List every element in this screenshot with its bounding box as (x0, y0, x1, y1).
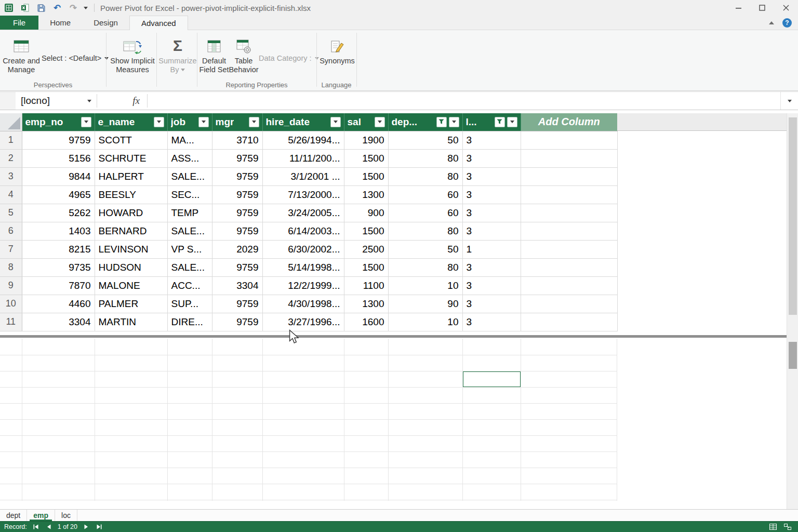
cell[interactable]: 3/24/2005... (262, 204, 344, 222)
cell[interactable]: SUP... (167, 295, 212, 313)
cell[interactable]: 7870 (22, 276, 95, 295)
cell[interactable]: 2029 (212, 240, 262, 258)
cell[interactable]: 60 (388, 185, 462, 204)
vertical-scrollbar-upper[interactable] (787, 113, 798, 338)
previous-record-button[interactable] (45, 523, 53, 531)
select-all-corner[interactable] (0, 113, 22, 131)
add-column-cell[interactable] (521, 295, 617, 313)
cell[interactable]: 1100 (344, 276, 388, 295)
cell[interactable]: TEMP (167, 204, 212, 222)
cell[interactable]: 6/30/2002... (262, 240, 344, 258)
cell[interactable]: 9844 (22, 167, 95, 185)
name-box-dropdown-icon[interactable] (87, 100, 91, 102)
add-column-cell[interactable] (521, 276, 617, 295)
scrollbar-thumb[interactable] (789, 342, 797, 369)
add-column-cell[interactable] (521, 149, 617, 167)
column-filter-dropdown[interactable] (330, 117, 341, 127)
column-header-l[interactable]: l... (462, 113, 521, 131)
cell[interactable]: 1900 (344, 131, 388, 149)
add-column-cell[interactable] (521, 258, 617, 276)
cell[interactable]: 10 (388, 276, 462, 295)
switch-to-workbook-icon[interactable] (19, 2, 31, 14)
cell[interactable]: SCOTT (95, 131, 167, 149)
cell[interactable]: 1300 (344, 185, 388, 204)
add-column-cell[interactable] (521, 167, 617, 185)
row-number[interactable]: 11 (0, 313, 22, 331)
column-filter-dropdown[interactable] (249, 117, 259, 127)
cell[interactable]: 8215 (22, 240, 95, 258)
cell[interactable]: BERNARD (95, 222, 167, 240)
cell[interactable]: SALE... (167, 258, 212, 276)
cell[interactable]: 3710 (212, 131, 262, 149)
create-and-manage-button[interactable]: Create and Manage (2, 32, 41, 74)
cell[interactable]: 900 (344, 204, 388, 222)
cell[interactable]: 9759 (212, 185, 262, 204)
cell[interactable]: 1500 (344, 149, 388, 167)
summarize-by-button[interactable]: Σ Summarize By (159, 32, 196, 74)
measure-grid[interactable] (0, 338, 617, 501)
cell[interactable]: 4/30/1998... (262, 295, 344, 313)
add-column-cell[interactable] (521, 204, 617, 222)
column-filter-dropdown[interactable] (375, 117, 385, 127)
column-header-dep[interactable]: dep... (388, 113, 462, 131)
cell[interactable]: BEESLY (95, 185, 167, 204)
cell[interactable]: 80 (388, 258, 462, 276)
grid-view-icon[interactable] (769, 523, 777, 531)
cell[interactable]: 1500 (344, 222, 388, 240)
row-number[interactable]: 9 (0, 276, 22, 295)
sheet-tab-emp[interactable]: emp (27, 510, 55, 521)
filter-applied-icon[interactable] (436, 117, 447, 127)
data-category-dropdown[interactable]: Data Category : (259, 52, 319, 64)
column-header-sal[interactable]: sal (344, 113, 388, 131)
cell[interactable]: 9759 (212, 149, 262, 167)
collapse-ribbon-icon[interactable] (769, 21, 774, 24)
cell[interactable]: SALE... (167, 222, 212, 240)
cell[interactable]: 12/2/1999... (262, 276, 344, 295)
cell[interactable]: SALE... (167, 167, 212, 185)
cell[interactable]: 3 (462, 276, 521, 295)
column-filter-dropdown[interactable] (449, 117, 459, 127)
help-icon[interactable]: ? (782, 18, 792, 28)
cell[interactable]: 80 (388, 149, 462, 167)
row-number[interactable]: 5 (0, 204, 22, 222)
cell[interactable]: 1300 (344, 295, 388, 313)
column-header-e_name[interactable]: e_name (95, 113, 167, 131)
cell[interactable]: 80 (388, 222, 462, 240)
vertical-scrollbar-lower[interactable] (787, 338, 798, 509)
cell[interactable]: 3 (462, 167, 521, 185)
cell[interactable]: 5156 (22, 149, 95, 167)
column-filter-dropdown[interactable] (507, 117, 517, 127)
formula-bar-expand-button[interactable] (780, 92, 798, 110)
minimize-button[interactable] (726, 0, 750, 16)
cell[interactable]: VP S... (167, 240, 212, 258)
column-header-job[interactable]: job (167, 113, 212, 131)
tab-file[interactable]: File (0, 16, 38, 30)
cell[interactable]: 1600 (344, 313, 388, 331)
row-number[interactable]: 3 (0, 167, 22, 185)
column-filter-dropdown[interactable] (198, 117, 209, 127)
row-number[interactable]: 1 (0, 131, 22, 149)
cell[interactable]: 3 (462, 131, 521, 149)
column-filter-dropdown[interactable] (81, 117, 91, 127)
cell[interactable]: MA... (167, 131, 212, 149)
scrollbar-thumb[interactable] (789, 117, 797, 315)
cell[interactable]: 3/1/2001 ... (262, 167, 344, 185)
row-number[interactable]: 10 (0, 295, 22, 313)
cell[interactable]: 3 (462, 204, 521, 222)
cell[interactable]: 9759 (212, 258, 262, 276)
cell[interactable]: 3 (462, 313, 521, 331)
filter-applied-icon[interactable] (495, 117, 505, 127)
cell[interactable]: 50 (388, 131, 462, 149)
cell[interactable]: 3 (462, 149, 521, 167)
row-number[interactable]: 2 (0, 149, 22, 167)
cell[interactable]: 9759 (212, 313, 262, 331)
qat-customize-icon[interactable] (84, 7, 88, 9)
cell[interactable]: 3 (462, 258, 521, 276)
row-number[interactable]: 6 (0, 222, 22, 240)
sheet-tab-dept[interactable]: dept (0, 510, 27, 521)
default-field-set-button[interactable]: Default Field Set (200, 32, 229, 74)
cell[interactable]: 9759 (212, 222, 262, 240)
cell[interactable]: HOWARD (95, 204, 167, 222)
column-filter-dropdown[interactable] (154, 117, 164, 127)
cell[interactable]: 10 (388, 313, 462, 331)
